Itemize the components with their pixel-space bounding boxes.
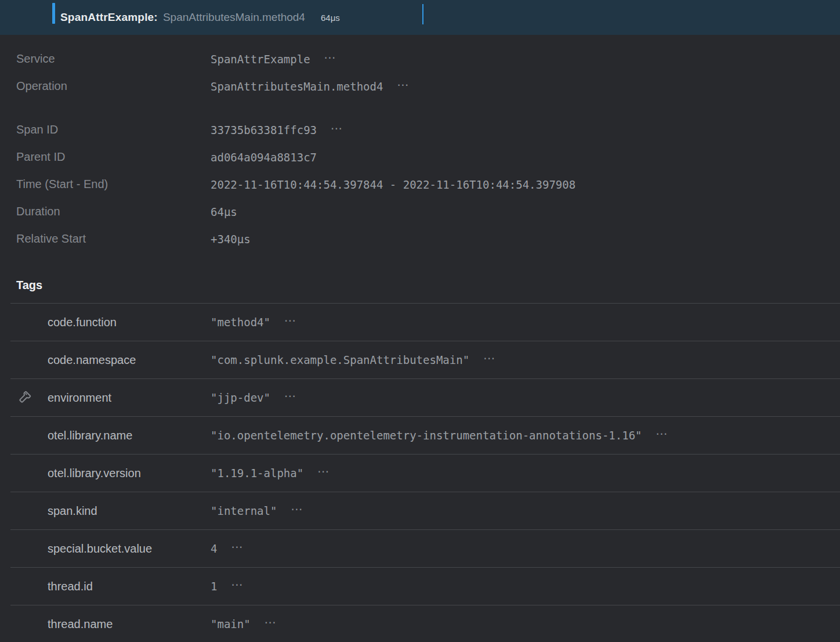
tag-key: thread.name [48, 618, 211, 631]
tag-key: otel.library.name [48, 429, 211, 442]
field-row-span-id: Span ID 33735b63381ffc93 ⋯ [0, 116, 840, 143]
field-value: +340μs [211, 233, 251, 246]
span-summary-fields: Service SpanAttrExample ⋯ Operation Span… [0, 35, 840, 253]
tag-key: code.function [48, 316, 211, 329]
more-actions-icon[interactable]: ⋯ [483, 352, 495, 364]
tag-row-code-function: code.function "method4" ⋯ [10, 303, 840, 341]
field-value: 33735b63381ffc93 [211, 124, 317, 136]
tag-value: "1.19.1-alpha" [211, 467, 303, 479]
field-label: Time (Start - End) [16, 178, 211, 191]
tag-row-thread-id: thread.id 1 ⋯ [10, 567, 840, 605]
field-value: SpanAttrExample [211, 53, 310, 66]
tag-value: "jjp-dev" [211, 391, 270, 404]
more-actions-icon[interactable]: ⋯ [331, 122, 342, 134]
more-actions-icon[interactable]: ⋯ [284, 315, 296, 326]
tag-key: span.kind [48, 504, 211, 518]
tags-table: code.function "method4" ⋯ code.namespace… [0, 303, 840, 642]
tag-key: otel.library.version [48, 467, 211, 480]
span-color-bar [52, 3, 55, 24]
field-row-operation: Operation SpanAttributesMain.method4 ⋯ [0, 73, 840, 100]
tag-value: 1 [211, 580, 217, 593]
more-actions-icon[interactable]: ⋯ [397, 79, 408, 91]
field-row-parent-id: Parent ID ad064a094a8813c7 [0, 143, 840, 171]
tag-key: environment [48, 391, 211, 405]
more-actions-icon[interactable]: ⋯ [265, 616, 276, 628]
span-duration-badge: 64μs [321, 13, 340, 23]
field-row-relative-start: Relative Start +340μs [0, 225, 840, 253]
field-value: 2022-11-16T10:44:54.397844 - 2022-11-16T… [211, 178, 575, 191]
span-operation-name: SpanAttributesMain.method4 [163, 11, 305, 24]
tag-row-special-bucket-value: special.bucket.value 4 ⋯ [10, 529, 840, 567]
tag-row-code-namespace: code.namespace "com.splunk.example.SpanA… [10, 341, 840, 378]
tag-value: "method4" [211, 316, 270, 329]
tag-value: "io.opentelemetry.opentelemetry-instrume… [211, 429, 642, 442]
field-label: Operation [16, 80, 211, 93]
span-service-name: SpanAttrExample: [60, 11, 158, 24]
more-actions-icon[interactable]: ⋯ [231, 579, 242, 590]
tags-heading: Tags [16, 277, 840, 293]
more-actions-icon[interactable]: ⋯ [291, 503, 302, 515]
field-label: Span ID [16, 123, 211, 136]
tag-row-otel-library-version: otel.library.version "1.19.1-alpha" ⋯ [10, 454, 840, 492]
tag-value: 4 [211, 542, 217, 555]
tag-row-environment: environment "jjp-dev" ⋯ [10, 378, 840, 416]
field-row-service: Service SpanAttrExample ⋯ [0, 45, 840, 73]
more-actions-icon[interactable]: ⋯ [656, 428, 668, 439]
field-label: Relative Start [16, 232, 211, 246]
field-row-duration: Duration 64μs [0, 198, 840, 225]
span-detail-panel: SpanAttrExample: SpanAttributesMain.meth… [0, 0, 840, 642]
tag-key: thread.id [48, 580, 211, 593]
more-actions-icon[interactable]: ⋯ [231, 541, 242, 553]
span-header: SpanAttrExample: SpanAttributesMain.meth… [0, 0, 840, 35]
more-actions-icon[interactable]: ⋯ [284, 390, 296, 402]
field-value: ad064a094a8813c7 [211, 151, 317, 164]
tag-value: "com.splunk.example.SpanAttributesMain" [211, 354, 469, 366]
field-value: 64μs [211, 205, 237, 218]
more-actions-icon[interactable]: ⋯ [324, 52, 336, 63]
flashlight-icon [16, 389, 32, 406]
field-label: Service [16, 52, 211, 66]
field-value: SpanAttributesMain.method4 [211, 80, 383, 93]
tag-value: "main" [211, 618, 251, 630]
span-end-marker-bar [422, 4, 423, 24]
tag-row-span-kind: span.kind "internal" ⋯ [10, 492, 840, 529]
tag-key: special.bucket.value [48, 542, 211, 556]
tag-row-thread-name: thread.name "main" ⋯ [10, 605, 840, 642]
tag-row-otel-library-name: otel.library.name "io.opentelemetry.open… [10, 416, 840, 454]
tag-key: code.namespace [48, 354, 211, 367]
tag-icon-cell [16, 389, 48, 406]
field-row-time: Time (Start - End) 2022-11-16T10:44:54.3… [0, 171, 840, 198]
tag-value: "internal" [211, 504, 277, 517]
field-label: Parent ID [16, 150, 211, 164]
more-actions-icon[interactable]: ⋯ [317, 466, 329, 477]
field-label: Duration [16, 205, 211, 218]
